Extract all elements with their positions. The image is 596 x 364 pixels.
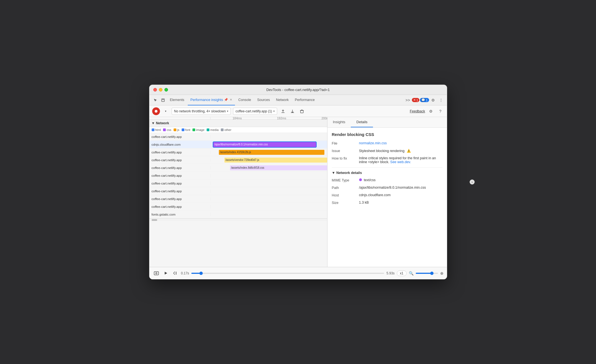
screenshot-toggle-button[interactable] bbox=[153, 270, 160, 277]
scrollbar-thumb[interactable] bbox=[152, 219, 157, 221]
tab-sources[interactable]: Sources bbox=[254, 95, 273, 105]
tab-insights[interactable]: Insights bbox=[327, 117, 351, 127]
target-dropdown-arrow: ▾ bbox=[273, 110, 275, 113]
table-row[interactable]: coffee-cart.netlify.app bbox=[149, 195, 327, 203]
devtools-window: DevTools - coffee-cart.netlify.app/?ad=1… bbox=[149, 85, 447, 279]
table-row[interactable]: coffee-cart.netlify.app /assets/index.41… bbox=[149, 148, 327, 156]
tab-performance-insights[interactable]: Performance insights 📌 ✕ bbox=[188, 95, 235, 105]
issue-value: Stylesheet blocking rendering ⚠️ bbox=[359, 149, 442, 153]
feedback-link[interactable]: Feedback bbox=[410, 109, 425, 113]
speed-button[interactable]: x1 bbox=[397, 271, 407, 276]
row-label-7: coffee-cart.netlify.app bbox=[149, 189, 211, 193]
bar-index-css[interactable]: /assets/index.8d6c6f18.css bbox=[230, 165, 327, 170]
tab-details[interactable]: Details bbox=[351, 117, 373, 127]
legend-css-dot bbox=[163, 128, 166, 131]
detail-row-file: File normalize.min.css bbox=[332, 141, 442, 145]
throttling-dropdown[interactable]: No network throttling, 4× slowdown ▾ bbox=[172, 108, 231, 115]
timeline-panel: 184ms 192ms 200ms ▼ Network html bbox=[149, 117, 327, 267]
size-value: 1.3 kB bbox=[359, 201, 442, 205]
legend-image-label: image bbox=[196, 128, 204, 132]
inspect-icon[interactable] bbox=[159, 97, 167, 104]
legend-media-label: media bbox=[210, 128, 219, 132]
legend-js: js bbox=[174, 128, 179, 132]
close-button[interactable] bbox=[153, 88, 157, 92]
horizontal-scrollbar bbox=[149, 218, 327, 221]
path-label: Path bbox=[332, 186, 357, 190]
row-label-0: coffee-cart.netlify.app bbox=[149, 135, 211, 138]
mime-dot bbox=[359, 178, 362, 181]
row-label-4: coffee-cart.netlify.app bbox=[149, 166, 211, 170]
legend-font: font bbox=[182, 128, 190, 132]
ruler-mark-200: 200ms bbox=[322, 117, 327, 119]
upload-icon[interactable] bbox=[279, 108, 287, 115]
target-dropdown[interactable]: coffee-cart.netlify.app (1) ▾ bbox=[233, 108, 277, 115]
row-label-5: coffee-cart.netlify.app bbox=[149, 174, 211, 177]
detail-row-how-to-fix: How to fix Inline critical styles requir… bbox=[332, 156, 442, 164]
zoom-out-icon[interactable]: 🔍 bbox=[409, 271, 414, 275]
record-dropdown-button[interactable]: ▾ bbox=[162, 108, 169, 115]
svg-rect-0 bbox=[162, 99, 164, 102]
help-icon[interactable]: ? bbox=[437, 108, 444, 115]
table-row[interactable]: coffee-cart.netlify.app bbox=[149, 180, 327, 187]
network-details-label: Network details bbox=[336, 171, 362, 175]
more-options-icon[interactable]: ⋮ bbox=[437, 97, 445, 104]
maximize-button[interactable] bbox=[164, 88, 168, 92]
table-row[interactable]: coffee-cart.netlify.app bbox=[149, 203, 327, 211]
section-collapse-icon[interactable]: ▼ bbox=[152, 121, 155, 125]
tab-performance[interactable]: Performance bbox=[292, 95, 318, 105]
zoom-in-icon[interactable]: ⊕ bbox=[440, 271, 444, 275]
bar-normalize-css[interactable]: /ajax/libs/normalize/8.0.1/normalize.min… bbox=[213, 142, 316, 147]
see-webdev-link[interactable]: See web.dev. bbox=[390, 160, 411, 164]
row-bars-5 bbox=[211, 172, 327, 179]
table-row[interactable]: coffee-cart.netlify.app bbox=[149, 172, 327, 180]
legend-font-dot bbox=[182, 128, 184, 131]
gear-icon-toolbar[interactable]: ⚙ bbox=[427, 108, 435, 115]
zoom-slider[interactable] bbox=[416, 273, 438, 274]
table-row[interactable]: cdnjs.cloudflare.com /ajax/libs/normaliz… bbox=[149, 141, 327, 148]
delete-icon[interactable] bbox=[298, 108, 305, 115]
record-button[interactable] bbox=[152, 107, 160, 115]
file-link[interactable]: normalize.min.css bbox=[359, 141, 387, 145]
tab-console[interactable]: Console bbox=[236, 95, 254, 105]
tab-close-icon[interactable]: ✕ bbox=[230, 98, 232, 102]
row-bars-1: /ajax/libs/normalize/8.0.1/normalize.min… bbox=[211, 141, 327, 148]
cursor-icon[interactable] bbox=[152, 97, 159, 104]
traffic-lights bbox=[153, 88, 168, 92]
ruler-mark-184: 184ms bbox=[233, 117, 242, 119]
bar-index-js[interactable]: /assets/index.41f18c2b.js bbox=[219, 150, 324, 155]
more-tabs-button[interactable]: >> bbox=[404, 97, 411, 104]
row-bars-8 bbox=[211, 195, 327, 203]
legend-css-label: css bbox=[167, 128, 171, 132]
table-row[interactable]: coffee-cart.netlify.app /assets/index.8d… bbox=[149, 164, 327, 172]
download-icon[interactable] bbox=[289, 108, 296, 115]
minimize-button[interactable] bbox=[159, 88, 162, 92]
pin-icon: 📌 bbox=[224, 98, 228, 102]
bar-vendor-js[interactable]: /assets/vendor.728ed0d7.js bbox=[224, 158, 327, 163]
how-to-fix-label: How to fix bbox=[332, 156, 357, 164]
tab-network[interactable]: Network bbox=[273, 95, 292, 105]
row-bars-7 bbox=[211, 187, 327, 195]
row-bars-3: /assets/vendor.728ed0d7.js bbox=[211, 156, 327, 164]
playback-slider[interactable] bbox=[191, 273, 384, 274]
table-row[interactable]: fonts.gstatic.com bbox=[149, 211, 327, 218]
section-divider bbox=[332, 167, 442, 168]
table-row[interactable]: coffee-cart.netlify.app bbox=[149, 187, 327, 195]
skip-to-start-button[interactable] bbox=[172, 270, 179, 277]
table-row[interactable]: coffee-cart.netlify.app /assets/vendor.7… bbox=[149, 156, 327, 164]
settings-icon[interactable]: ⚙ bbox=[430, 97, 437, 104]
timeline-ruler: 184ms 192ms 200ms bbox=[211, 117, 327, 119]
row-label-10: fonts.gstatic.com bbox=[149, 213, 211, 216]
error-badge: ✕ 1 bbox=[412, 98, 419, 102]
network-details-header[interactable]: ▼ Network details bbox=[332, 171, 442, 175]
network-section-header: ▼ Network bbox=[149, 120, 327, 127]
row-bars-10 bbox=[211, 211, 327, 218]
legend-css: css bbox=[163, 128, 171, 132]
comment-badge: 💬 1 bbox=[420, 98, 429, 102]
how-to-fix-value: Inline critical styles required for the … bbox=[359, 156, 442, 164]
play-button[interactable] bbox=[162, 270, 169, 277]
row-bars-4: /assets/index.8d6c6f18.css bbox=[211, 164, 327, 171]
tab-elements[interactable]: Elements bbox=[167, 95, 187, 105]
legend-other-label: other bbox=[224, 128, 231, 132]
table-row[interactable]: coffee-cart.netlify.app bbox=[149, 133, 327, 141]
legend-other-dot bbox=[221, 128, 224, 131]
